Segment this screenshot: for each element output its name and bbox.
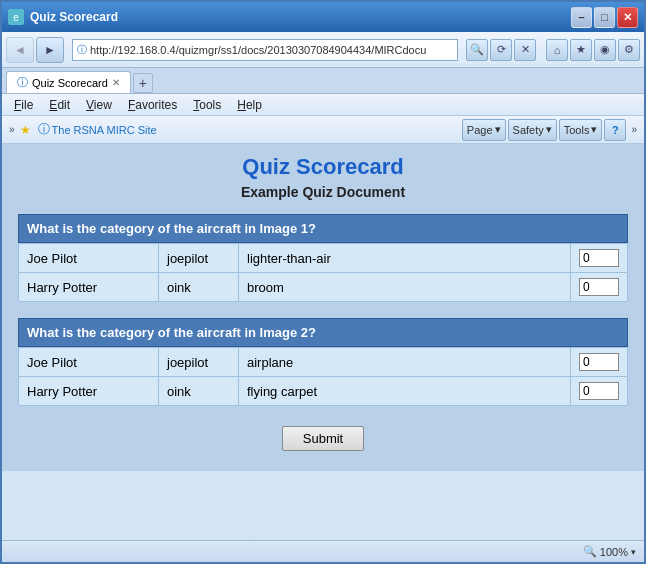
menu-favorites[interactable]: Favorites bbox=[120, 96, 185, 114]
forward-button[interactable]: ► bbox=[36, 37, 64, 63]
help-button[interactable]: ? bbox=[604, 119, 626, 141]
page-title: Quiz Scorecard bbox=[18, 154, 628, 180]
home-button[interactable]: ⌂ bbox=[546, 39, 568, 61]
window-title: Quiz Scorecard bbox=[30, 10, 118, 24]
address-text: http://192.168.0.4/quizmgr/ss1/docs/2013… bbox=[90, 44, 453, 56]
table-row: Joe Pilot joepilot lighter-than-air bbox=[19, 244, 628, 273]
zoom-level: 100% bbox=[600, 546, 628, 558]
menu-tools[interactable]: Tools bbox=[185, 96, 229, 114]
q1-a2-score-cell bbox=[571, 273, 628, 302]
safety-button[interactable]: Safety ▾ bbox=[508, 119, 557, 141]
safety-btn-label: Safety bbox=[513, 124, 544, 136]
toolbar-overflow-left[interactable]: » bbox=[6, 124, 18, 135]
q1-a2-username: oink bbox=[159, 273, 239, 302]
q1-a1-answer: lighter-than-air bbox=[239, 244, 571, 273]
bookmark-star-button[interactable]: ★ bbox=[570, 39, 592, 61]
site-label: The RSNA MIRC Site bbox=[52, 124, 157, 136]
tab-label: Quiz Scorecard bbox=[32, 77, 108, 89]
q2-a1-score-cell bbox=[571, 348, 628, 377]
question-header-2: What is the category of the aircraft in … bbox=[18, 318, 628, 347]
tab-close-button[interactable]: ✕ bbox=[112, 77, 120, 88]
q2-a2-answer: flying carpet bbox=[239, 377, 571, 406]
submit-area: Submit bbox=[18, 426, 628, 451]
favorites-star-icon: ★ bbox=[20, 123, 31, 137]
menu-bar: File Edit View Favorites Tools Help bbox=[2, 94, 644, 116]
question-header-1: What is the category of the aircraft in … bbox=[18, 214, 628, 243]
q2-a1-username: joepilot bbox=[159, 348, 239, 377]
table-row: Harry Potter oink flying carpet bbox=[19, 377, 628, 406]
table-row: Joe Pilot joepilot airplane bbox=[19, 348, 628, 377]
q2-a2-score-input[interactable] bbox=[579, 382, 619, 400]
new-tab-button[interactable]: + bbox=[133, 73, 153, 93]
answer-table-2: Joe Pilot joepilot airplane Harry Potter… bbox=[18, 347, 628, 406]
submit-button[interactable]: Submit bbox=[282, 426, 364, 451]
q1-a1-username: joepilot bbox=[159, 244, 239, 273]
zoom-indicator: 🔍 100% ▾ bbox=[583, 545, 636, 558]
window-frame: e Quiz Scorecard – □ ✕ ◄ ► ⓘ http://192.… bbox=[0, 0, 646, 564]
menu-file[interactable]: File bbox=[6, 96, 41, 114]
zoom-chevron-icon[interactable]: ▾ bbox=[631, 547, 636, 557]
q1-a1-name: Joe Pilot bbox=[19, 244, 159, 273]
zoom-icon: 🔍 bbox=[583, 545, 597, 558]
status-bar: 🔍 100% ▾ bbox=[2, 540, 644, 562]
page-button[interactable]: Page ▾ bbox=[462, 119, 506, 141]
q2-a1-name: Joe Pilot bbox=[19, 348, 159, 377]
gear-button[interactable]: ⚙ bbox=[618, 39, 640, 61]
toolbar-right: Page ▾ Safety ▾ Tools ▾ ? » bbox=[462, 119, 640, 141]
search-button[interactable]: 🔍 bbox=[466, 39, 488, 61]
refresh-button[interactable]: ⟳ bbox=[490, 39, 512, 61]
menu-help[interactable]: Help bbox=[229, 96, 270, 114]
toolbar-overflow-right[interactable]: » bbox=[628, 124, 640, 135]
tools-chevron-icon: ▾ bbox=[591, 123, 597, 136]
q1-a1-score-input[interactable] bbox=[579, 249, 619, 267]
page-btn-label: Page bbox=[467, 124, 493, 136]
q2-a2-username: oink bbox=[159, 377, 239, 406]
table-row: Harry Potter oink broom bbox=[19, 273, 628, 302]
q1-a2-score-input[interactable] bbox=[579, 278, 619, 296]
back-button[interactable]: ◄ bbox=[6, 37, 34, 63]
ie-logo-icon: e bbox=[8, 9, 24, 25]
q1-a1-score-cell bbox=[571, 244, 628, 273]
title-bar-left: e Quiz Scorecard bbox=[8, 9, 118, 25]
maximize-button[interactable]: □ bbox=[594, 7, 615, 28]
answer-table-1: Joe Pilot joepilot lighter-than-air Harr… bbox=[18, 243, 628, 302]
q2-a1-answer: airplane bbox=[239, 348, 571, 377]
page-subtitle: Example Quiz Document bbox=[18, 184, 628, 200]
address-bar[interactable]: ⓘ http://192.168.0.4/quizmgr/ss1/docs/20… bbox=[72, 39, 458, 61]
content-scroll-wrapper: Quiz Scorecard Example Quiz Document Wha… bbox=[2, 144, 644, 540]
rss-button[interactable]: ◉ bbox=[594, 39, 616, 61]
q2-a1-score-input[interactable] bbox=[579, 353, 619, 371]
page-chevron-icon: ▾ bbox=[495, 123, 501, 136]
question-section-1: What is the category of the aircraft in … bbox=[18, 214, 628, 302]
tools-button[interactable]: Tools ▾ bbox=[559, 119, 603, 141]
page-content: Quiz Scorecard Example Quiz Document Wha… bbox=[2, 144, 644, 471]
q2-a2-name: Harry Potter bbox=[19, 377, 159, 406]
q1-a2-name: Harry Potter bbox=[19, 273, 159, 302]
title-bar: e Quiz Scorecard – □ ✕ bbox=[2, 2, 644, 32]
navigation-bar: ◄ ► ⓘ http://192.168.0.4/quizmgr/ss1/doc… bbox=[2, 32, 644, 68]
menu-edit[interactable]: Edit bbox=[41, 96, 78, 114]
close-button[interactable]: ✕ bbox=[617, 7, 638, 28]
window-controls: – □ ✕ bbox=[571, 7, 638, 28]
minimize-button[interactable]: – bbox=[571, 7, 592, 28]
active-tab[interactable]: ⓘ Quiz Scorecard ✕ bbox=[6, 71, 131, 93]
content-area[interactable]: Quiz Scorecard Example Quiz Document Wha… bbox=[2, 144, 644, 540]
stop-button[interactable]: ✕ bbox=[514, 39, 536, 61]
toolbar-bar: » ★ ⓘ The RSNA MIRC Site Page ▾ Safety ▾… bbox=[2, 116, 644, 144]
q1-a2-answer: broom bbox=[239, 273, 571, 302]
safety-chevron-icon: ▾ bbox=[546, 123, 552, 136]
site-icon: ⓘ bbox=[38, 121, 50, 138]
q2-a2-score-cell bbox=[571, 377, 628, 406]
tools-btn-label: Tools bbox=[564, 124, 590, 136]
question-section-2: What is the category of the aircraft in … bbox=[18, 318, 628, 406]
tabs-bar: ⓘ Quiz Scorecard ✕ + bbox=[2, 68, 644, 94]
menu-view[interactable]: View bbox=[78, 96, 120, 114]
address-ie-icon: ⓘ bbox=[77, 43, 87, 57]
tab-icon: ⓘ bbox=[17, 75, 28, 90]
